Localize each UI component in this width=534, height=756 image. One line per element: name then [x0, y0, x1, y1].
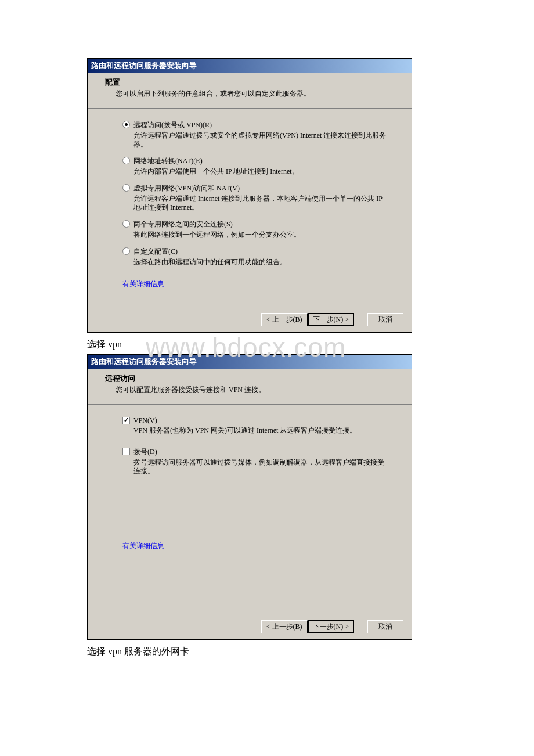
- more-info-link[interactable]: 有关详细信息: [122, 279, 164, 289]
- dialog-header: 远程访问 您可以配置此服务器接受拨号连接和 VPN 连接。: [88, 369, 412, 405]
- radio-icon: [122, 184, 130, 192]
- button-bar: < 上一步(B)下一步(N) > 取消: [88, 614, 412, 639]
- radio-desc: 将此网络连接到一个远程网络，例如一个分支办公室。: [134, 231, 388, 240]
- radio-custom-config[interactable]: 自定义配置(C): [122, 247, 388, 257]
- radio-label: 两个专用网络之间的安全连接(S): [134, 219, 233, 229]
- checkbox-desc: VPN 服务器(也称为 VPN 网关)可以通过 Internet 从远程客户端接…: [134, 426, 388, 435]
- radio-remote-access[interactable]: 远程访问(拨号或 VPN)(R): [122, 120, 388, 130]
- header-desc: 您可以配置此服务器接受拨号连接和 VPN 连接。: [116, 385, 394, 395]
- cancel-button[interactable]: 取消: [367, 313, 403, 326]
- radio-label: 远程访问(拨号或 VPN)(R): [134, 120, 212, 130]
- radio-vpn-nat[interactable]: 虚拟专用网络(VPN)访问和 NAT(V): [122, 183, 388, 193]
- more-info-link[interactable]: 有关详细信息: [122, 541, 164, 551]
- checkbox-label: 拨号(D): [134, 447, 157, 457]
- checkbox-vpn[interactable]: VPN(V): [122, 416, 388, 425]
- radio-desc: 允许远程客户端通过拨号或安全的虚拟专用网络(VPN) Internet 连接来连…: [134, 131, 388, 149]
- radio-label: 网络地址转换(NAT)(E): [134, 156, 203, 166]
- header-title: 配置: [105, 77, 394, 88]
- radio-desc: 允许远程客户端通过 Internet 连接到此服务器，本地客户端使用一个单一的公…: [134, 195, 388, 213]
- back-button[interactable]: < 上一步(B): [261, 620, 308, 633]
- caption-select-vpn: 选择 vpn: [87, 339, 447, 351]
- back-button[interactable]: < 上一步(B): [261, 313, 308, 326]
- header-title: 远程访问: [105, 373, 394, 384]
- dialog-content: 远程访问(拨号或 VPN)(R) 允许远程客户端通过拨号或安全的虚拟专用网络(V…: [88, 109, 412, 307]
- radio-label: 虚拟专用网络(VPN)访问和 NAT(V): [134, 183, 240, 193]
- wizard-dialog-remote-access: www.bdocx.com 路由和远程访问服务器安装向导 远程访问 您可以配置此…: [87, 354, 412, 640]
- wizard-dialog-config: 路由和远程访问服务器安装向导 配置 您可以启用下列服务的任意组合，或者您可以自定…: [87, 58, 412, 333]
- caption-select-nic: 选择 vpn 服务器的外网卡: [87, 646, 447, 658]
- dialog-title: 路由和远程访问服务器安装向导: [88, 59, 412, 73]
- radio-icon: [122, 157, 130, 164]
- checkbox-icon: [122, 417, 130, 424]
- button-bar: < 上一步(B)下一步(N) > 取消: [88, 307, 412, 332]
- checkbox-dialup[interactable]: 拨号(D): [122, 447, 388, 457]
- radio-desc: 允许内部客户端使用一个公共 IP 地址连接到 Internet。: [134, 167, 388, 177]
- radio-secure-connection[interactable]: 两个专用网络之间的安全连接(S): [122, 219, 388, 229]
- caption-text: 选择 vpn: [87, 339, 122, 349]
- checkbox-icon: [122, 448, 130, 455]
- radio-icon: [122, 121, 130, 128]
- radio-nat[interactable]: 网络地址转换(NAT)(E): [122, 156, 388, 166]
- radio-desc: 选择在路由和远程访问中的任何可用功能的组合。: [134, 258, 388, 267]
- radio-icon: [122, 247, 130, 255]
- checkbox-desc: 拨号远程访问服务器可以通过拨号媒体，例如调制解调器，从远程客户端直接接受连接。: [134, 458, 388, 476]
- next-button[interactable]: 下一步(N) >: [308, 313, 354, 326]
- dialog-content: VPN(V) VPN 服务器(也称为 VPN 网关)可以通过 Internet …: [88, 405, 412, 614]
- radio-icon: [122, 220, 130, 228]
- dialog-title: 路由和远程访问服务器安装向导: [88, 355, 412, 369]
- cancel-button[interactable]: 取消: [367, 620, 403, 633]
- next-button[interactable]: 下一步(N) >: [308, 620, 354, 633]
- header-desc: 您可以启用下列服务的任意组合，或者您可以自定义此服务器。: [116, 89, 394, 99]
- dialog-header: 配置 您可以启用下列服务的任意组合，或者您可以自定义此服务器。: [88, 73, 412, 109]
- radio-label: 自定义配置(C): [134, 247, 178, 257]
- checkbox-label: VPN(V): [134, 416, 157, 425]
